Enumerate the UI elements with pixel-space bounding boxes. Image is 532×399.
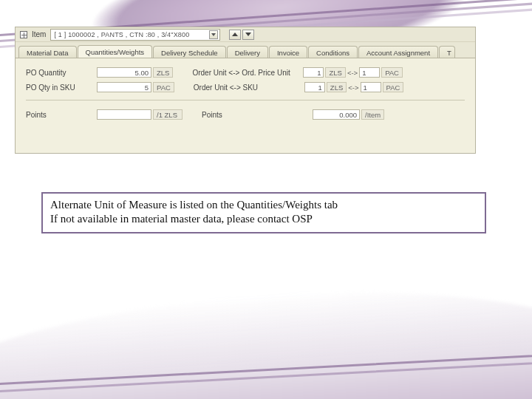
oupu-left-unit: ZLS: [325, 67, 345, 78]
ousku-left-field[interactable]: 1: [304, 82, 325, 92]
po-quantity-field[interactable]: 5.00: [97, 67, 151, 78]
tab-delivery-schedule[interactable]: Delivery Schedule: [153, 46, 226, 58]
po-qty-sku-field[interactable]: 5: [97, 82, 151, 92]
conversion-arrow: <->: [348, 83, 358, 92]
item-next-button[interactable]: [242, 30, 254, 40]
points-right-unit: /Item: [361, 109, 384, 120]
po-qty-sku-unit: PAC: [153, 82, 174, 92]
oupu-right-unit: PAC: [381, 67, 403, 78]
expand-icon[interactable]: [20, 31, 27, 38]
order-unit-priceunit-label: Order Unit <-> Ord. Price Unit: [192, 69, 303, 77]
oupu-left-field[interactable]: 1: [303, 67, 324, 78]
item-tabstrip: Material Data Quantities/Weights Deliver…: [16, 42, 475, 58]
quantities-weights-form: PO Quantity 5.00 ZLS Order Unit <-> Ord.…: [16, 58, 475, 153]
callout-line1: Alternate Unit of Measure is listed on t…: [50, 198, 477, 212]
po-qty-sku-label: PO Qty in SKU: [26, 83, 97, 92]
points-left-field[interactable]: [97, 109, 151, 120]
ousku-right-unit: PAC: [383, 82, 404, 92]
points-right-label: Points: [202, 111, 246, 119]
callout-line2: If not available in material master data…: [50, 212, 477, 226]
instruction-callout: Alternate Unit of Measure is listed on t…: [41, 192, 486, 233]
item-stepper: [229, 30, 254, 40]
points-right-field[interactable]: 0.000: [313, 109, 360, 120]
section-divider: [26, 100, 465, 100]
sap-item-panel: Item [ 1 ] 1000002 , PANTS , CTN :80 , 3…: [15, 27, 476, 154]
item-dropdown-value: [ 1 ] 1000002 , PANTS , CTN :80 , 3/4"X8…: [54, 31, 189, 38]
chevron-down-icon: [211, 33, 216, 36]
points-left-unit: /1 ZLS: [153, 109, 183, 120]
po-quantity-unit: ZLS: [153, 67, 173, 78]
tab-delivery[interactable]: Delivery: [227, 46, 268, 58]
tab-material-data[interactable]: Material Data: [18, 46, 77, 58]
caret-down-icon: [245, 33, 251, 36]
tab-truncated[interactable]: T: [439, 46, 455, 58]
item-prev-button[interactable]: [229, 30, 241, 40]
po-quantity-label: PO Quantity: [26, 69, 97, 77]
dropdown-button[interactable]: [209, 30, 218, 39]
tab-quantities-weights[interactable]: Quantities/Weights: [78, 45, 153, 58]
ousku-left-unit: ZLS: [327, 82, 347, 92]
points-left-label: Points: [26, 111, 97, 119]
conversion-arrow: <->: [347, 69, 358, 77]
tab-invoice[interactable]: Invoice: [269, 46, 307, 58]
item-header-bar: Item [ 1 ] 1000002 , PANTS , CTN :80 , 3…: [16, 27, 475, 42]
ousku-right-field[interactable]: 1: [361, 82, 381, 92]
item-label: Item: [32, 30, 46, 38]
oupu-right-field[interactable]: 1: [359, 67, 380, 78]
item-selector-dropdown[interactable]: [ 1 ] 1000002 , PANTS , CTN :80 , 3/4"X8…: [50, 29, 220, 41]
tab-conditions[interactable]: Conditions: [308, 46, 358, 58]
caret-up-icon: [232, 33, 238, 36]
order-unit-sku-label: Order Unit <-> SKU: [194, 83, 304, 92]
tab-account-assignment[interactable]: Account Assignment: [358, 46, 438, 58]
